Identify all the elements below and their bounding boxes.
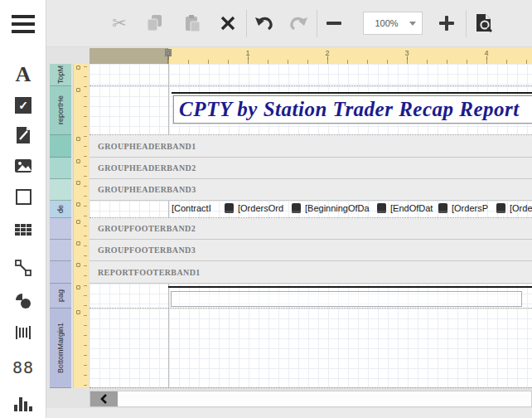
ruler-number: 3 xyxy=(402,49,412,57)
data-field-row: [ContractI [OrdersOrd [BeginningOfDa [En… xyxy=(172,202,532,215)
band-label-report-header[interactable]: reportHe xyxy=(50,86,71,135)
vertical-ruler xyxy=(73,64,89,388)
band-report-header[interactable]: CPTY by Station Trader Recap Report xyxy=(89,86,532,135)
zoom-out-button[interactable] xyxy=(320,7,348,40)
picture-icon xyxy=(14,158,32,173)
report-title-textbox[interactable]: CPTY by Station Trader Recap Report xyxy=(173,95,532,124)
band-label-bottom-margin[interactable]: BottomMargin1 xyxy=(50,309,71,388)
redo-button[interactable] xyxy=(283,7,314,40)
cut-button[interactable]: ✂ xyxy=(104,7,135,40)
paste-button[interactable] xyxy=(177,7,208,40)
scissors-icon: ✂ xyxy=(112,13,127,33)
band-label-group-header-2[interactable] xyxy=(50,158,71,179)
data-field-icon xyxy=(438,203,447,213)
zoom-level-value: 100% xyxy=(364,18,409,28)
bar-chart-icon xyxy=(14,397,32,411)
band-top-margin[interactable] xyxy=(89,64,532,86)
data-field-icon xyxy=(496,203,505,213)
redo-icon xyxy=(288,15,308,32)
band-bar-reportfooterband1[interactable]: REPORTFOOTERBAND1 xyxy=(89,261,532,284)
horizontal-scrollbar[interactable] xyxy=(89,391,532,407)
preview-button[interactable] xyxy=(468,7,500,40)
ruler-number: 1 xyxy=(243,49,253,57)
band-page-footer[interactable] xyxy=(89,284,532,309)
toolbar-separator xyxy=(466,10,467,37)
panel-tool-button[interactable] xyxy=(0,182,46,211)
data-field[interactable]: [EndOfDat xyxy=(390,203,437,213)
undo-button[interactable] xyxy=(249,7,280,40)
band-bar-groupheaderband1[interactable]: GROUPHEADERBAND1 xyxy=(89,135,532,158)
band-label-group-header-1[interactable] xyxy=(50,135,71,158)
print-preview-icon xyxy=(474,12,494,34)
paste-icon xyxy=(183,14,201,32)
scroll-left-button[interactable] xyxy=(90,391,118,406)
band-label-group-header-3[interactable] xyxy=(50,179,71,201)
band-data[interactable]: [ContractI [OrdersOrd [BeginningOfDa [En… xyxy=(89,201,532,218)
shape-icon xyxy=(15,293,31,309)
line-icon xyxy=(15,260,31,276)
band-bar-groupheaderband2[interactable]: GROUPHEADERBAND2 xyxy=(89,158,532,179)
digital-display-icon: 88 xyxy=(12,357,34,377)
band-bar-groupheaderband3[interactable]: GROUPHEADERBAND3 xyxy=(89,179,532,201)
table-grid-icon xyxy=(15,224,31,236)
copy-button[interactable] xyxy=(139,7,171,40)
checkbox-tool-button[interactable]: ✓ xyxy=(0,91,46,119)
band-label-group-footer-2[interactable] xyxy=(50,218,71,240)
checkbox-icon: ✓ xyxy=(15,97,31,114)
data-field[interactable]: [OrdersP xyxy=(452,203,495,213)
horizontal-ruler: 0 1 2 3 4 xyxy=(89,48,532,64)
report-title: CPTY by Station Trader Recap Report xyxy=(179,98,520,120)
band-label-group-footer-3[interactable] xyxy=(50,240,71,261)
zoom-level-select[interactable]: 100% xyxy=(363,12,423,35)
header-rule-line[interactable] xyxy=(172,92,532,94)
data-field[interactable]: [OrdersOrd xyxy=(238,203,290,213)
data-field[interactable]: [ContractI xyxy=(172,203,223,213)
barcode-icon xyxy=(15,325,31,340)
rich-text-icon xyxy=(15,126,31,144)
picture-tool-button[interactable] xyxy=(0,152,46,180)
data-field-icon xyxy=(292,203,301,213)
ruler-number: 2 xyxy=(322,49,332,57)
rectangle-icon xyxy=(16,189,31,205)
barcode-tool-button[interactable] xyxy=(0,318,46,347)
main-toolbar: ✂ 100% xyxy=(46,0,532,47)
band-bottom-margin[interactable] xyxy=(89,309,532,388)
toolbox-sidebar: A ✓ 88 xyxy=(0,0,46,418)
shape-tool-button[interactable] xyxy=(0,287,46,315)
band-label-report-footer[interactable] xyxy=(50,261,71,284)
band-bar-groupfooterband2[interactable]: GROUPFOOTERBAND2 xyxy=(89,218,532,240)
data-field-icon xyxy=(377,203,386,213)
toolbar-separator xyxy=(317,10,317,37)
band-label-data-band[interactable]: de xyxy=(50,201,71,218)
zoom-in-button[interactable] xyxy=(431,7,462,40)
table-tool-button[interactable] xyxy=(0,216,46,244)
data-field[interactable]: [BeginningOfDa xyxy=(305,203,375,213)
copy-icon xyxy=(146,14,164,32)
plus-icon xyxy=(439,16,454,31)
footer-textbox[interactable] xyxy=(171,291,522,307)
band-bar-groupfooterband3[interactable]: GROUPFOOTERBAND3 xyxy=(89,240,532,261)
ruler-margin-zone xyxy=(89,48,168,64)
chevron-left-icon xyxy=(99,393,109,405)
data-field[interactable]: [Order xyxy=(510,203,532,213)
richtext-tool-button[interactable] xyxy=(0,121,46,149)
chart-tool-button[interactable] xyxy=(0,390,46,418)
undo-icon xyxy=(254,15,274,32)
delete-x-icon xyxy=(220,15,236,32)
report-design-surface: CPTY by Station Trader Recap Report GROU… xyxy=(89,64,532,388)
delete-button[interactable] xyxy=(212,7,244,40)
line-tool-button[interactable] xyxy=(0,254,46,282)
footer-rule-line[interactable] xyxy=(168,286,532,288)
hamburger-icon xyxy=(12,15,35,18)
digital-display-tool-button[interactable]: 88 xyxy=(0,353,46,382)
band-label-strip: TopM reportHe de pag BottomMargin1 xyxy=(50,64,71,388)
text-tool-button[interactable]: A xyxy=(0,61,46,89)
band-label-page-footer[interactable]: pag xyxy=(50,284,71,309)
text-icon: A xyxy=(16,62,31,87)
minus-icon xyxy=(326,22,341,25)
ruler-number: 0 xyxy=(163,49,173,57)
band-label-top-margin[interactable]: TopM xyxy=(50,64,71,86)
ruler-number: 4 xyxy=(481,49,491,57)
chevron-down-icon xyxy=(409,22,416,26)
menu-button[interactable] xyxy=(12,15,35,33)
